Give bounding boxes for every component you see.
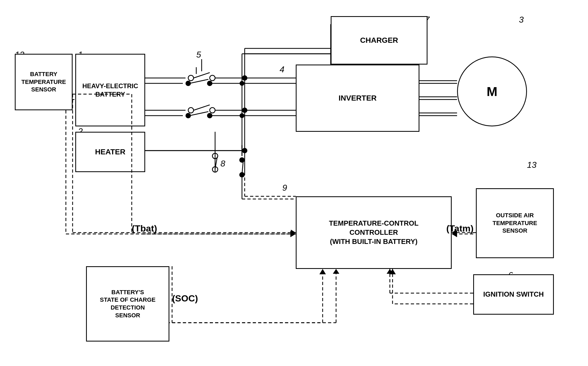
heater-box: HEATER xyxy=(75,132,145,172)
svg-marker-44 xyxy=(319,269,326,274)
label-8: 8 xyxy=(220,159,225,169)
label-9: 9 xyxy=(282,183,287,193)
inverter-box: INVERTER xyxy=(296,65,419,132)
svg-line-7 xyxy=(190,112,208,116)
soc-label: (SOC) xyxy=(172,293,198,304)
outside-air-sensor-box: OUTSIDE AIR TEMPERATURE SENSOR xyxy=(476,188,554,258)
ignition-switch-box: IGNITION SWITCH xyxy=(473,274,554,315)
svg-point-16 xyxy=(240,81,244,86)
svg-point-27 xyxy=(239,157,245,163)
tbat-label: (Tbat) xyxy=(132,223,157,234)
battery-box: HEAVY-ELECTRIC BATTERY xyxy=(75,54,145,126)
svg-marker-47 xyxy=(389,269,396,274)
label-5: 5 xyxy=(196,50,201,60)
tatm-label: (Tatm) xyxy=(446,223,473,234)
label-3: 3 xyxy=(519,15,524,25)
motor-circle: M xyxy=(457,56,527,126)
battery-temp-sensor-box: BATTERY TEMPERATURE SENSOR xyxy=(15,54,73,110)
svg-line-4 xyxy=(190,79,208,83)
charger-box: CHARGER xyxy=(331,16,427,65)
svg-point-17 xyxy=(240,113,244,118)
controller-box: TEMPERATURE-CONTROL CONTROLLER (WITH BUI… xyxy=(296,196,452,269)
soc-sensor-box: BATTERY'S STATE OF CHARGE DETECTION SENS… xyxy=(86,266,169,342)
label-13: 13 xyxy=(527,160,537,170)
label-4: 4 xyxy=(280,65,284,74)
